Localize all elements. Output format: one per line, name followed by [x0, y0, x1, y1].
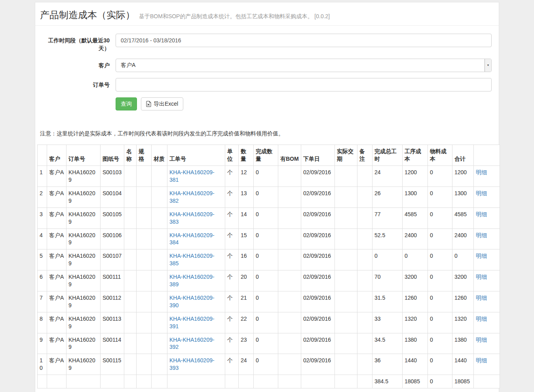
cell-order: KHA160209 — [67, 312, 101, 333]
cell-material — [152, 270, 167, 291]
excel-file-icon — [146, 101, 151, 107]
work-order-link[interactable]: KHA-KHA160209-391 — [169, 316, 215, 329]
cell-total: 4585 — [452, 207, 474, 228]
customer-label: 客户 — [40, 59, 114, 69]
col-header-name: 名称 — [124, 145, 137, 166]
cell-total: 1300 — [452, 187, 474, 208]
cell-drawing: S00115 — [101, 354, 124, 375]
col-header-customer: 客户 — [47, 145, 67, 166]
cell-done-qty: 0 — [254, 312, 278, 333]
cell-index: 5 — [38, 249, 47, 270]
work-order-link[interactable]: KHA-KHA160209-390 — [169, 295, 215, 308]
grand-total-sum: 18085 — [452, 375, 474, 388]
work-order-link[interactable]: KHA-KHA160209-393 — [169, 357, 215, 371]
cell-material — [152, 187, 167, 208]
cell-spec — [137, 354, 152, 375]
cell-total: 1440 — [452, 354, 474, 375]
cell-process-cost: 0 — [403, 249, 428, 270]
cell-spec — [137, 333, 152, 354]
cell-actual-delivery — [335, 228, 357, 249]
cell-index: 2 — [38, 187, 47, 208]
cell-remark — [357, 166, 372, 187]
customer-select[interactable]: 客户A — [116, 59, 492, 72]
detail-link[interactable]: 明细 — [476, 211, 487, 217]
cell-total: 1260 — [452, 291, 474, 312]
cell-detail: 明细 — [474, 333, 500, 354]
cell-total-hours: 52.5 — [372, 228, 403, 249]
order-input[interactable] — [116, 78, 492, 91]
order-control — [116, 78, 492, 91]
cell-work-order: KHA-KHA160209-382 — [167, 187, 225, 208]
cell-detail: 明细 — [474, 228, 500, 249]
cell-qty: 23 — [239, 333, 254, 354]
detail-link[interactable]: 明细 — [476, 316, 487, 322]
query-button[interactable]: 查询 — [116, 97, 137, 111]
detail-link[interactable]: 明细 — [476, 337, 487, 343]
cell-has-bom — [278, 312, 301, 333]
work-order-link[interactable]: KHA-KHA160209-385 — [169, 253, 215, 266]
detail-link[interactable]: 明细 — [476, 253, 487, 259]
work-order-link[interactable]: KHA-KHA160209-384 — [169, 232, 215, 246]
buttons-control: 查询 导出Excel — [116, 97, 492, 111]
cell-index: 10 — [38, 354, 47, 375]
cell-done-qty: 0 — [254, 187, 278, 208]
work-order-link[interactable]: KHA-KHA160209-382 — [169, 190, 215, 204]
cell-has-bom — [278, 291, 301, 312]
material-cost-sum: 0 — [428, 375, 452, 388]
cell-detail: 明细 — [474, 354, 500, 375]
cell-remark — [357, 270, 372, 291]
cell-empty — [101, 375, 124, 388]
cell-drawing: S00114 — [101, 333, 124, 354]
cell-empty — [335, 375, 357, 388]
table-row: 6客户AKHA160209S00111KHA-KHA160209-389个200… — [38, 270, 500, 291]
cell-remark — [357, 312, 372, 333]
cell-total: 0 — [452, 249, 474, 270]
cell-done-qty: 0 — [254, 249, 278, 270]
detail-link[interactable]: 明细 — [476, 274, 487, 280]
cell-material — [152, 291, 167, 312]
cell-unit: 个 — [225, 249, 239, 270]
work-order-link[interactable]: KHA-KHA160209-381 — [169, 169, 215, 183]
cell-order-date: 02/09/2016 — [301, 270, 335, 291]
cell-index: 7 — [38, 291, 47, 312]
cell-customer: 客户A — [47, 333, 67, 354]
cell-unit: 个 — [225, 166, 239, 187]
work-order-link[interactable]: KHA-KHA160209-389 — [169, 274, 215, 287]
cell-has-bom — [278, 166, 301, 187]
cell-actual-delivery — [335, 270, 357, 291]
cell-empty — [474, 375, 500, 388]
cell-index: 4 — [38, 228, 47, 249]
col-header-work-order: 工单号 — [167, 145, 225, 166]
cell-detail: 明细 — [474, 187, 500, 208]
cell-detail: 明细 — [474, 166, 500, 187]
cell-unit: 个 — [225, 291, 239, 312]
cell-spec — [137, 312, 152, 333]
export-excel-button[interactable]: 导出Excel — [141, 97, 183, 111]
cell-material-cost: 0 — [428, 333, 452, 354]
cell-name — [124, 333, 137, 354]
cell-name — [124, 207, 137, 228]
cell-done-qty: 0 — [254, 291, 278, 312]
col-header-done-qty: 完成数量 — [254, 145, 278, 166]
cell-unit: 个 — [225, 207, 239, 228]
work-order-link[interactable]: KHA-KHA160209-383 — [169, 211, 215, 225]
cell-work-order: KHA-KHA160209-385 — [167, 249, 225, 270]
table-row: 10客户AKHA160209S00115KHA-KHA160209-393个24… — [38, 354, 500, 375]
detail-link[interactable]: 明细 — [476, 190, 487, 196]
period-input[interactable] — [116, 34, 492, 47]
detail-link[interactable]: 明细 — [476, 295, 487, 301]
cell-qty: 22 — [239, 312, 254, 333]
work-order-link[interactable]: KHA-KHA160209-392 — [169, 337, 215, 350]
cell-done-qty: 0 — [254, 228, 278, 249]
cell-unit: 个 — [225, 354, 239, 375]
cell-name — [124, 291, 137, 312]
order-form-group: 订单号 — [40, 78, 492, 91]
cell-name — [124, 270, 137, 291]
detail-link[interactable]: 明细 — [476, 232, 487, 238]
cell-done-qty: 0 — [254, 270, 278, 291]
cell-actual-delivery — [335, 291, 357, 312]
cell-qty: 24 — [239, 354, 254, 375]
detail-link[interactable]: 明细 — [476, 357, 487, 363]
cell-empty — [38, 375, 47, 388]
detail-link[interactable]: 明细 — [476, 169, 487, 175]
